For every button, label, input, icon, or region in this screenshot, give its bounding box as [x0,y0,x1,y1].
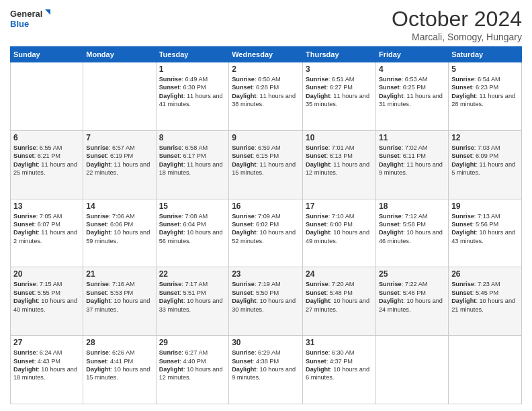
calendar-cell: 20Sunrise: 7:15 AMSunset: 5:55 PMDayligh… [11,267,83,336]
calendar-cell [11,62,83,131]
calendar-cell: 2Sunrise: 6:50 AMSunset: 6:28 PMDaylight… [229,62,303,131]
svg-text:General: General [10,9,42,19]
day-info: Sunrise: 6:54 AMSunset: 6:23 PMDaylight:… [451,75,519,109]
day-info: Sunrise: 6:50 AMSunset: 6:28 PMDaylight:… [232,75,300,109]
calendar-cell: 29Sunrise: 6:27 AMSunset: 4:40 PMDayligh… [156,336,229,404]
day-number: 12 [451,133,519,142]
day-number: 16 [232,201,300,211]
day-info: Sunrise: 7:03 AMSunset: 6:09 PMDaylight:… [451,144,519,177]
day-info: Sunrise: 6:49 AMSunset: 6:30 PMDaylight:… [159,75,226,109]
calendar-table: Sunday Monday Tuesday Wednesday Thursday… [10,46,522,404]
day-info: Sunrise: 6:27 AMSunset: 4:40 PMDaylight:… [159,349,226,382]
day-number: 25 [379,269,445,279]
day-number: 8 [159,133,226,142]
day-info: Sunrise: 6:30 AMSunset: 4:37 PMDaylight:… [306,349,373,382]
day-number: 18 [379,201,445,211]
title-block: October 2024 Marcali, Somogy, Hungary [392,7,522,42]
day-number: 3 [306,64,373,74]
day-number: 17 [306,201,373,211]
calendar-cell: 19Sunrise: 7:13 AMSunset: 5:56 PMDayligh… [449,199,522,267]
calendar-cell: 6Sunrise: 6:55 AMSunset: 6:21 PMDaylight… [11,130,83,199]
day-number: 26 [451,269,519,279]
day-info: Sunrise: 7:01 AMSunset: 6:13 PMDaylight:… [306,144,373,177]
calendar-cell: 17Sunrise: 7:10 AMSunset: 6:00 PMDayligh… [303,199,376,267]
day-info: Sunrise: 7:02 AMSunset: 6:11 PMDaylight:… [379,144,445,177]
calendar-cell: 26Sunrise: 7:23 AMSunset: 5:45 PMDayligh… [449,267,522,336]
day-number: 29 [159,338,226,347]
day-info: Sunrise: 6:29 AMSunset: 4:38 PMDaylight:… [232,349,300,382]
calendar-cell: 12Sunrise: 7:03 AMSunset: 6:09 PMDayligh… [449,130,522,199]
calendar-cell [83,62,156,131]
day-number: 4 [379,64,445,74]
calendar-cell: 31Sunrise: 6:30 AMSunset: 4:37 PMDayligh… [303,336,376,404]
calendar-cell [375,336,448,404]
day-number: 5 [451,64,519,74]
calendar-cell: 18Sunrise: 7:12 AMSunset: 5:58 PMDayligh… [375,199,448,267]
calendar-body: 1Sunrise: 6:49 AMSunset: 6:30 PMDaylight… [11,62,522,404]
calendar-cell: 11Sunrise: 7:02 AMSunset: 6:11 PMDayligh… [375,130,448,199]
calendar-cell: 5Sunrise: 6:54 AMSunset: 6:23 PMDaylight… [449,62,522,131]
day-info: Sunrise: 7:13 AMSunset: 5:56 PMDaylight:… [451,212,519,246]
day-number: 1 [159,64,226,74]
calendar-cell: 15Sunrise: 7:08 AMSunset: 6:04 PMDayligh… [156,199,229,267]
day-number: 30 [232,338,300,347]
header: General Blue October 2024 Marcali, Somog… [10,7,522,42]
day-number: 28 [86,338,152,347]
day-info: Sunrise: 7:12 AMSunset: 5:58 PMDaylight:… [379,212,445,246]
calendar-cell [449,336,522,404]
day-info: Sunrise: 6:57 AMSunset: 6:19 PMDaylight:… [86,144,152,177]
calendar-cell: 27Sunrise: 6:24 AMSunset: 4:43 PMDayligh… [11,336,83,404]
day-number: 22 [159,269,226,279]
day-number: 19 [451,201,519,211]
col-saturday: Saturday [449,47,522,62]
calendar-cell: 22Sunrise: 7:17 AMSunset: 5:51 PMDayligh… [156,267,229,336]
calendar-cell: 30Sunrise: 6:29 AMSunset: 4:38 PMDayligh… [229,336,303,404]
day-info: Sunrise: 7:19 AMSunset: 5:50 PMDaylight:… [232,280,300,314]
day-info: Sunrise: 7:16 AMSunset: 5:53 PMDaylight:… [86,280,152,314]
day-info: Sunrise: 7:09 AMSunset: 6:02 PMDaylight:… [232,212,300,246]
day-number: 2 [232,64,300,74]
day-number: 24 [306,269,373,279]
day-number: 23 [232,269,300,279]
day-number: 31 [306,338,373,347]
day-number: 20 [13,269,80,279]
col-sunday: Sunday [11,47,83,62]
day-number: 27 [13,338,80,347]
month-title: October 2024 [392,7,522,32]
day-info: Sunrise: 6:26 AMSunset: 4:41 PMDaylight:… [86,349,152,382]
page: General Blue October 2024 Marcali, Somog… [0,0,532,411]
day-number: 15 [159,201,226,211]
logo-svg: General Blue [10,7,50,31]
day-number: 7 [86,133,152,142]
week-row-5: 27Sunrise: 6:24 AMSunset: 4:43 PMDayligh… [11,336,522,404]
day-number: 13 [13,201,80,211]
day-info: Sunrise: 7:22 AMSunset: 5:46 PMDaylight:… [379,280,445,314]
col-friday: Friday [375,47,448,62]
day-info: Sunrise: 6:53 AMSunset: 6:25 PMDaylight:… [379,75,445,109]
day-number: 21 [86,269,152,279]
week-row-1: 1Sunrise: 6:49 AMSunset: 6:30 PMDaylight… [11,62,522,131]
calendar-cell: 8Sunrise: 6:58 AMSunset: 6:17 PMDaylight… [156,130,229,199]
col-wednesday: Wednesday [229,47,303,62]
day-info: Sunrise: 7:20 AMSunset: 5:48 PMDaylight:… [306,280,373,314]
calendar-cell: 4Sunrise: 6:53 AMSunset: 6:25 PMDaylight… [375,62,448,131]
calendar-cell: 13Sunrise: 7:05 AMSunset: 6:07 PMDayligh… [11,199,83,267]
day-info: Sunrise: 7:17 AMSunset: 5:51 PMDaylight:… [159,280,226,314]
col-thursday: Thursday [303,47,376,62]
logo: General Blue [10,7,50,31]
day-number: 10 [306,133,373,142]
col-tuesday: Tuesday [156,47,229,62]
day-info: Sunrise: 7:08 AMSunset: 6:04 PMDaylight:… [159,212,226,246]
week-row-4: 20Sunrise: 7:15 AMSunset: 5:55 PMDayligh… [11,267,522,336]
calendar-header-row: Sunday Monday Tuesday Wednesday Thursday… [11,47,522,62]
calendar-cell: 24Sunrise: 7:20 AMSunset: 5:48 PMDayligh… [303,267,376,336]
day-info: Sunrise: 7:15 AMSunset: 5:55 PMDaylight:… [13,280,80,314]
day-info: Sunrise: 7:23 AMSunset: 5:45 PMDaylight:… [451,280,519,314]
location-subtitle: Marcali, Somogy, Hungary [392,32,522,42]
day-number: 11 [379,133,445,142]
week-row-3: 13Sunrise: 7:05 AMSunset: 6:07 PMDayligh… [11,199,522,267]
day-info: Sunrise: 6:24 AMSunset: 4:43 PMDaylight:… [13,349,80,382]
week-row-2: 6Sunrise: 6:55 AMSunset: 6:21 PMDaylight… [11,130,522,199]
day-number: 6 [13,133,80,142]
calendar-cell: 25Sunrise: 7:22 AMSunset: 5:46 PMDayligh… [375,267,448,336]
